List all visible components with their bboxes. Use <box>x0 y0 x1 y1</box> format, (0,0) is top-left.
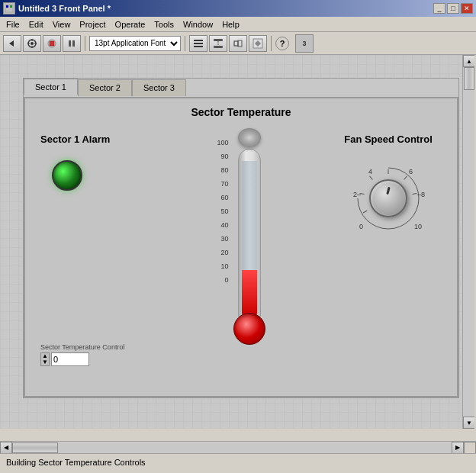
center-section: 100 90 80 70 60 50 40 30 20 10 0 <box>155 126 327 349</box>
app-icon <box>3 2 15 14</box>
content-row: Sector 1 Alarm Sector Temperature Contro… <box>33 126 449 378</box>
right-section: Fan Speed Control 4 6 2– –8 0 10 <box>327 126 449 244</box>
tab-sector3[interactable]: Sector 3 <box>132 79 186 96</box>
thermo-scale: 100 90 80 70 60 50 40 30 20 10 0 <box>217 130 230 287</box>
tab-sector2[interactable]: Sector 2 <box>78 79 132 96</box>
title-bar-left: Untitled 3 Front Panel * <box>3 2 111 14</box>
bottom-area: ◀ ▶ Building Sector Temperature Controls <box>0 441 476 470</box>
right-scrollbar: ▲ ▼ <box>462 55 474 429</box>
sector-temp-title: Sector Temperature <box>33 106 449 118</box>
scroll-corner <box>464 442 476 454</box>
knob-container[interactable]: 4 6 2– –8 0 10 <box>350 160 426 236</box>
scale-tick-20: 20 <box>221 246 230 259</box>
status-bar: Building Sector Temperature Controls <box>0 453 476 470</box>
thermo-fill-red <box>242 270 257 316</box>
tab-sector1[interactable]: Sector 1 <box>24 79 78 95</box>
thermometer-body <box>233 130 265 345</box>
toolbar-sep-1 <box>85 36 85 51</box>
scroll-thumb[interactable] <box>464 67 474 90</box>
menu-help[interactable]: Help <box>217 18 244 31</box>
svg-point-5 <box>31 42 34 45</box>
font-select[interactable]: 13pt Application Font <box>89 36 181 51</box>
thermo-bulb <box>233 313 265 345</box>
svg-line-24 <box>363 211 367 213</box>
scroll-up-btn[interactable]: ▲ <box>463 55 474 67</box>
help-icon[interactable]: ? <box>275 37 289 50</box>
svg-line-25 <box>360 193 365 194</box>
thermo-fill-gray <box>242 161 257 274</box>
corner-indicator: 3 <box>295 34 314 53</box>
scale-tick-100: 100 <box>217 136 230 150</box>
menu-tools[interactable]: Tools <box>150 18 178 31</box>
fan-speed-label: Fan Speed Control <box>344 134 433 145</box>
scale-tick-50: 50 <box>221 204 230 218</box>
thermo-tube <box>238 149 261 317</box>
title-bar: Untitled 3 Front Panel * _ □ ✕ <box>0 0 476 17</box>
svg-rect-15 <box>194 43 203 44</box>
temp-spinner-btn[interactable]: ▲ ▼ <box>40 352 50 366</box>
thermo-cap <box>238 128 261 147</box>
temp-control-label: Sector Temperature Control <box>40 343 124 351</box>
svg-rect-14 <box>194 40 203 41</box>
svg-rect-21 <box>238 40 242 47</box>
menu-operate[interactable]: Operate <box>111 18 150 31</box>
panel-container: Sector 1 Sector 2 Sector 3 Sector Temper… <box>23 78 459 398</box>
status-text: Building Sector Temperature Controls <box>6 458 146 467</box>
toolbar-align-btn[interactable] <box>189 35 207 52</box>
svg-marker-3 <box>9 40 14 47</box>
temp-control-input-row: ▲ ▼ 0 <box>40 352 124 366</box>
window-controls: _ □ ✕ <box>433 3 473 14</box>
toolbar-pause-btn[interactable] <box>63 35 81 52</box>
scroll-left-btn[interactable]: ◀ <box>0 442 12 454</box>
toolbar-arrow-btn[interactable] <box>3 35 21 52</box>
window-title: Untitled 3 Front Panel * <box>18 4 111 13</box>
scale-tick-70: 70 <box>221 177 230 191</box>
svg-rect-20 <box>234 41 238 46</box>
svg-rect-16 <box>194 46 203 47</box>
bottom-scrollbar: ◀ ▶ <box>0 441 476 453</box>
scale-tick-40: 40 <box>221 218 230 232</box>
scroll-right-btn[interactable]: ▶ <box>452 442 464 454</box>
scale-tick-90: 90 <box>221 150 230 163</box>
bottom-scroll-thumb[interactable] <box>12 442 58 453</box>
scroll-down-btn[interactable]: ▼ <box>463 417 474 429</box>
scale-tick-60: 60 <box>221 191 230 204</box>
bottom-scroll-track[interactable] <box>12 442 452 453</box>
scale-tick-10: 10 <box>221 259 230 273</box>
thermometer-container: 100 90 80 70 60 50 40 30 20 10 0 <box>217 130 265 345</box>
temp-control-section: Sector Temperature Control ▲ ▼ 0 <box>40 343 124 366</box>
svg-rect-13 <box>72 40 75 47</box>
knob-indicator <box>386 187 390 195</box>
tabs-row: Sector 1 Sector 2 Sector 3 <box>24 79 186 95</box>
knob-body[interactable] <box>369 179 407 217</box>
toolbar-run-btn[interactable] <box>43 35 61 52</box>
toolbar: 13pt Application Font ? 3 <box>0 32 476 55</box>
minimize-button[interactable]: _ <box>433 3 445 14</box>
temp-control-input[interactable]: 0 <box>51 352 89 366</box>
svg-rect-18 <box>214 46 223 48</box>
maximize-button[interactable]: □ <box>447 3 459 14</box>
svg-line-26 <box>370 176 373 180</box>
menu-bar: File Edit View Project Operate Tools Win… <box>0 17 476 32</box>
scroll-track[interactable] <box>463 67 474 417</box>
svg-rect-2 <box>10 5 12 8</box>
toolbar-target-btn[interactable] <box>23 35 41 52</box>
left-section: Sector 1 Alarm Sector Temperature Contro… <box>33 126 155 378</box>
scale-tick-30: 30 <box>221 232 230 246</box>
svg-rect-11 <box>50 41 54 46</box>
main-area: Sector 1 Sector 2 Sector 3 Sector Temper… <box>0 55 474 429</box>
menu-window[interactable]: Window <box>178 18 217 31</box>
svg-line-29 <box>413 193 417 194</box>
svg-rect-1 <box>6 5 8 8</box>
svg-rect-17 <box>214 39 223 41</box>
menu-edit[interactable]: Edit <box>24 18 48 31</box>
menu-project[interactable]: Project <box>75 18 110 31</box>
toolbar-reorder-btn[interactable] <box>249 35 267 52</box>
toolbar-resize-btn[interactable] <box>229 35 247 52</box>
close-button[interactable]: ✕ <box>461 3 473 14</box>
toolbar-dist-btn[interactable] <box>209 35 227 52</box>
led-indicator <box>52 160 82 191</box>
menu-file[interactable]: File <box>2 18 24 31</box>
menu-view[interactable]: View <box>48 18 76 31</box>
scale-tick-0: 0 <box>225 273 230 287</box>
